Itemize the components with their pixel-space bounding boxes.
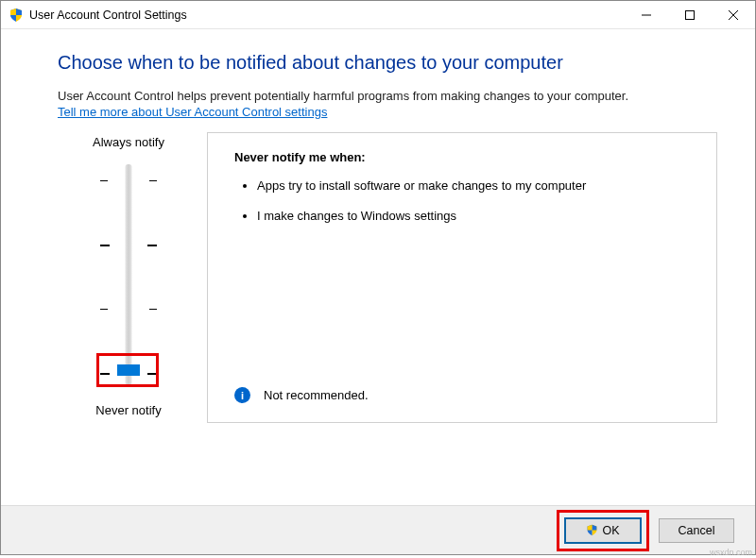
panel-item: I make changes to Windows settings: [257, 208, 690, 225]
slider-tick-2: [100, 240, 157, 246]
window-title: User Account Control Settings: [9, 8, 625, 23]
recommendation-row: i Not recommended.: [234, 387, 369, 403]
uac-slider[interactable]: [100, 159, 157, 391]
slider-tick-3: [100, 176, 157, 181]
minimize-button[interactable]: [625, 1, 668, 29]
close-button[interactable]: [712, 1, 755, 29]
svg-rect-0: [686, 10, 695, 19]
watermark: wsxdn.com: [710, 548, 752, 557]
ok-button[interactable]: OK: [565, 518, 641, 543]
learn-more-link[interactable]: Tell me more about User Account Control …: [58, 105, 327, 119]
cancel-button[interactable]: Cancel: [659, 518, 734, 543]
cancel-button-label: Cancel: [679, 524, 715, 537]
slider-track: [126, 164, 132, 385]
notify-panel: Never notify me when: Apps try to instal…: [207, 132, 717, 423]
recommendation-text: Not recommended.: [264, 388, 369, 402]
uac-window: User Account Control Settings Choose whe…: [0, 0, 756, 555]
panel-title: Never notify me when:: [234, 150, 690, 164]
panel-list: Apps try to install software or make cha…: [234, 178, 690, 224]
slider-top-label: Always notify: [58, 132, 199, 155]
shield-icon: [586, 524, 598, 536]
main-row: Always notify Never notify Never notify …: [58, 132, 717, 423]
page-description: User Account Control helps prevent poten…: [58, 89, 717, 103]
window-controls: [625, 1, 755, 29]
slider-column: Always notify Never notify: [58, 132, 199, 423]
titlebar: User Account Control Settings: [1, 1, 755, 29]
slider-tick-1: [100, 304, 157, 310]
info-icon: i: [234, 387, 250, 403]
ok-highlight: OK: [557, 510, 649, 551]
panel-item: Apps try to install software or make cha…: [257, 178, 690, 194]
window-title-text: User Account Control Settings: [29, 8, 187, 22]
shield-icon: [9, 8, 24, 23]
content-area: Choose when to be notified about changes…: [1, 29, 755, 505]
dialog-footer: OK Cancel: [1, 505, 755, 554]
ok-button-label: OK: [602, 524, 619, 537]
maximize-button[interactable]: [668, 1, 712, 29]
page-heading: Choose when to be notified about changes…: [58, 52, 717, 74]
slider-bottom-label: Never notify: [58, 400, 199, 423]
slider-highlight: [96, 353, 159, 387]
